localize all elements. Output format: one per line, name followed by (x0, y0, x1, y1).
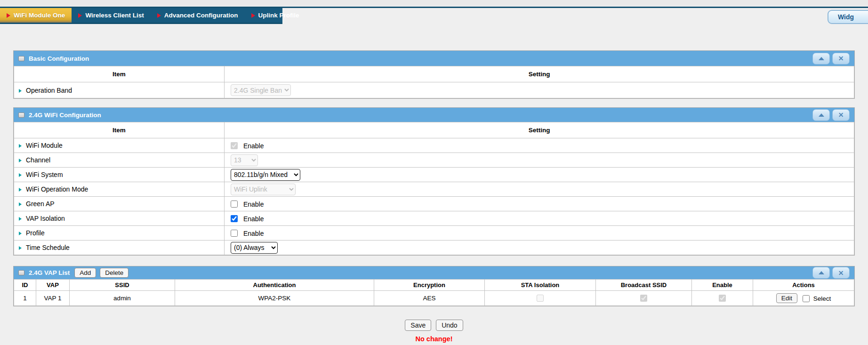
edit-button[interactable]: Edit (776, 293, 797, 303)
operation-band-select[interactable]: 2.4G Single Band (231, 84, 291, 96)
collapse-arrow-icon (819, 57, 824, 60)
setting-cell: (0) Always (225, 241, 854, 255)
item-bullet-icon (19, 89, 22, 93)
wifi-module-enable-checkbox[interactable] (231, 142, 238, 149)
section-title: Basic Configuration (29, 55, 89, 62)
broadcast-ssid-checkbox[interactable] (640, 295, 647, 302)
table-row: VAP Isolation Enable (14, 211, 854, 226)
tab-label: Wireless Client List (85, 12, 144, 19)
tab-strip: WiFi Module One Wireless Client List Adv… (0, 8, 282, 24)
vap-header-row: ID VAP SSID Authentication Encryption ST… (14, 280, 854, 291)
item-cell-channel: Channel (14, 153, 225, 168)
collapse-button[interactable] (812, 53, 830, 64)
item-cell-time-schedule: Time Schedule (14, 241, 225, 255)
item-bullet-icon (19, 202, 22, 206)
item-bullet-icon (19, 246, 22, 250)
item-label: WiFi System (26, 171, 63, 178)
collapse-button[interactable] (812, 267, 830, 279)
top-gray-band (0, 0, 868, 6)
item-bullet-icon (19, 144, 22, 148)
item-cell-green-ap: Green AP (14, 197, 225, 211)
table-row: WiFi Operation Mode WiFi Uplink (14, 182, 854, 197)
table-row: WiFi Module Enable (14, 138, 854, 153)
table-row: Time Schedule (0) Always (14, 241, 854, 255)
close-icon: ✕ (838, 270, 844, 276)
item-label: Profile (26, 229, 45, 237)
vap-row: 1 VAP 1 admin WPA2-PSK AES Edit Select (14, 291, 854, 306)
close-button[interactable]: ✕ (832, 267, 850, 279)
item-cell-wifi-operation-mode: WiFi Operation Mode (14, 182, 225, 197)
setting-cell: Enable (225, 197, 854, 211)
tab-arrow-icon (157, 13, 161, 18)
tab-uplink-profile[interactable]: Uplink Profile (245, 8, 306, 23)
vap-ssid-cell: admin (70, 291, 175, 306)
setting-cell: Enable (225, 211, 854, 226)
item-label: Time Schedule (26, 244, 70, 251)
close-icon: ✕ (838, 55, 844, 62)
vap-isolation-enable-checkbox[interactable] (231, 215, 238, 222)
item-bullet-icon (19, 232, 22, 235)
column-header-ssid: SSID (70, 280, 175, 291)
collapse-arrow-icon (819, 271, 824, 274)
delete-button[interactable]: Delete (100, 268, 129, 278)
wifi-configuration-section: 2.4G WiFi Configuration ✕ Item Setting W… (13, 107, 855, 256)
select-checkbox[interactable] (803, 295, 810, 302)
vap-enable-checkbox[interactable] (719, 295, 726, 302)
column-header-item: Item (14, 122, 225, 138)
item-bullet-icon (19, 188, 22, 192)
table-row: WiFi System 802.11b/g/n Mixed (14, 168, 854, 182)
tab-label: WiFi Module One (14, 12, 65, 19)
item-cell-operation-band: Operation Band (14, 82, 225, 98)
save-button[interactable]: Save (405, 320, 431, 331)
column-header-vap: VAP (36, 280, 70, 291)
widget-button[interactable]: Widg (828, 10, 868, 24)
select-label: Select (813, 295, 831, 302)
tab-arrow-icon (7, 13, 10, 18)
basic-configuration-table: Item Setting Operation Band 2.4G Single … (14, 66, 854, 98)
close-icon: ✕ (838, 112, 844, 118)
setting-cell: 13 (225, 153, 854, 168)
close-button[interactable]: ✕ (832, 53, 850, 64)
vap-encryption-cell: AES (374, 291, 485, 306)
item-cell-profile: Profile (14, 226, 225, 241)
table-row: Channel 13 (14, 153, 854, 168)
sta-isolation-checkbox[interactable] (537, 295, 544, 302)
undo-button[interactable]: Undo (436, 320, 463, 331)
item-label: Channel (26, 156, 50, 164)
wifi-operation-mode-select[interactable]: WiFi Uplink (231, 184, 296, 195)
vap-id-cell: 1 (14, 291, 36, 306)
vap-list-table: ID VAP SSID Authentication Encryption ST… (14, 279, 854, 306)
column-header-broadcast-ssid: Broadcast SSID (596, 280, 692, 291)
column-header-actions: Actions (753, 280, 854, 291)
time-schedule-select[interactable]: (0) Always (231, 242, 278, 254)
vap-authentication-cell: WPA2-PSK (175, 291, 374, 306)
vap-actions-cell: Edit Select (753, 291, 854, 306)
checkbox-label: Enable (243, 215, 264, 223)
vap-name-cell: VAP 1 (36, 291, 70, 306)
tab-wifi-module-one[interactable]: WiFi Module One (0, 8, 72, 23)
setting-cell: WiFi Uplink (225, 182, 854, 197)
item-label: WiFi Operation Mode (26, 185, 88, 193)
item-label: VAP Isolation (26, 215, 65, 222)
add-button[interactable]: Add (74, 268, 96, 278)
item-bullet-icon (19, 217, 22, 221)
vap-enable-cell (692, 291, 753, 306)
close-button[interactable]: ✕ (832, 109, 850, 121)
collapse-button[interactable] (812, 109, 830, 121)
basic-configuration-section: Basic Configuration ✕ Item Setting Opera… (13, 50, 855, 99)
tab-label: Advanced Configuration (164, 12, 238, 19)
item-label: Operation Band (26, 87, 72, 94)
tab-arrow-icon (78, 13, 82, 18)
profile-enable-checkbox[interactable] (231, 230, 238, 237)
table-row: Green AP Enable (14, 197, 854, 211)
tab-wireless-client-list[interactable]: Wireless Client List (72, 8, 150, 23)
collapse-arrow-icon (819, 113, 824, 117)
column-header-setting: Setting (225, 122, 854, 138)
wifi-system-select[interactable]: 802.11b/g/n Mixed (231, 169, 300, 181)
channel-select[interactable]: 13 (231, 154, 258, 166)
section-box-icon (18, 270, 24, 275)
column-header-enable: Enable (692, 280, 753, 291)
tab-advanced-configuration[interactable]: Advanced Configuration (151, 8, 245, 23)
tab-label: Uplink Profile (258, 12, 299, 19)
green-ap-enable-checkbox[interactable] (231, 201, 238, 208)
